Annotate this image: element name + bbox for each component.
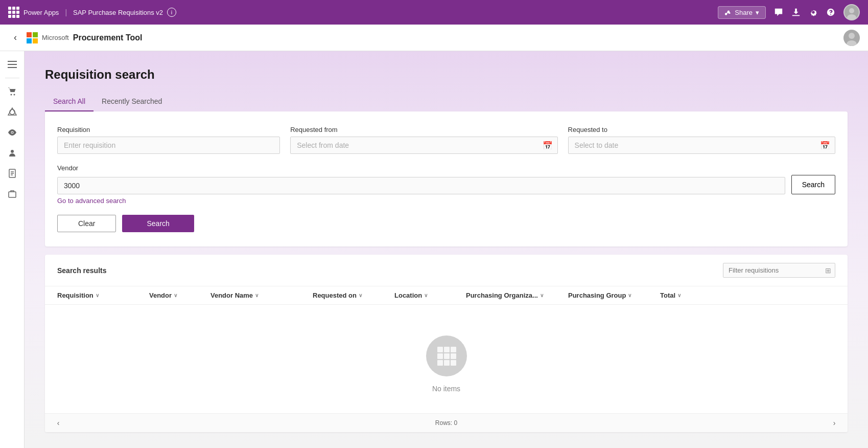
sidebar-item-menu[interactable] [3, 55, 21, 74]
col-purchasing-org[interactable]: Purchasing Organiza... ∨ [466, 292, 568, 299]
scroll-left-button[interactable]: ‹ [53, 418, 63, 428]
svg-rect-29 [444, 353, 450, 359]
svg-rect-3 [27, 32, 32, 37]
tab-search-all[interactable]: Search All [45, 92, 93, 111]
requested-to-input[interactable] [568, 137, 835, 154]
app-name: Power Apps [24, 9, 59, 16]
vendor-row: Search [57, 175, 835, 194]
sidebar-item-document[interactable] [3, 164, 21, 183]
svg-point-15 [10, 109, 15, 115]
table-header: Requisition ∨ Vendor ∨ Vendor Name ∨ Req… [45, 286, 848, 305]
action-row: Clear Search [57, 215, 835, 232]
search-button[interactable]: Search [122, 215, 194, 232]
sidebar-item-cart[interactable] [3, 82, 21, 101]
requested-to-label: Requested to [568, 126, 835, 133]
vendor-input[interactable] [57, 177, 785, 194]
scroll-area: ‹ Rows: 0 › [45, 413, 848, 432]
svg-rect-26 [444, 347, 450, 352]
sidebar-item-eye[interactable] [3, 123, 21, 142]
advanced-search-link[interactable]: Go to advanced search [57, 197, 126, 205]
avatar[interactable] [843, 4, 860, 20]
download-icon[interactable] [791, 8, 801, 17]
form-row-vendor: Vendor Search [57, 164, 835, 194]
col-vendor-name[interactable]: Vendor Name ∨ [210, 292, 313, 299]
col-requisition[interactable]: Requisition ∨ [57, 292, 149, 299]
page-title: Requisition search [45, 68, 848, 82]
results-title: Search results [57, 266, 107, 275]
col-requested-on[interactable]: Requested on ∨ [313, 292, 394, 299]
avatar-secondary[interactable] [843, 30, 860, 46]
share-icon [724, 9, 732, 16]
requested-from-group: Requested from 📅 [290, 126, 557, 154]
requested-from-wrap: 📅 [290, 137, 557, 154]
svg-point-13 [10, 94, 12, 96]
svg-point-19 [11, 150, 14, 153]
requested-to-wrap: 📅 [568, 137, 835, 154]
svg-rect-12 [8, 67, 17, 68]
info-icon[interactable]: i [167, 8, 176, 17]
back-button[interactable]: ‹ [8, 31, 22, 45]
vendor-search-button[interactable]: Search [791, 175, 835, 194]
no-items-icon [426, 335, 467, 376]
requested-from-input[interactable] [290, 137, 557, 154]
vendor-label: Vendor [57, 164, 835, 172]
results-panel: Search results ⊞ Requisition ∨ Vendor ∨ … [45, 255, 848, 432]
vendor-input-wrap [57, 177, 785, 194]
no-items-area: No items [45, 305, 848, 413]
filter-wrap: ⊞ [723, 263, 835, 278]
requested-from-label: Requested from [290, 126, 557, 133]
col-purchasing-group[interactable]: Purchasing Group ∨ [568, 292, 660, 299]
microsoft-logo [27, 32, 38, 43]
sidebar-item-person[interactable] [3, 144, 21, 162]
second-bar-right [843, 30, 860, 46]
app-title-secondary: Procurement Tool [73, 33, 143, 42]
search-panel: Requisition Requested from 📅 Requested t… [45, 111, 848, 247]
col-location[interactable]: Location ∨ [394, 292, 466, 299]
settings-icon[interactable] [809, 8, 818, 17]
svg-rect-31 [437, 360, 443, 366]
svg-rect-28 [437, 353, 443, 359]
top-bar-left: Power Apps | SAP Purchase Requisitions v… [8, 7, 718, 18]
col-vendor-name-arrow: ∨ [255, 293, 259, 298]
svg-rect-30 [451, 353, 456, 359]
app-title: SAP Purchase Requisitions v2 [73, 9, 163, 16]
col-vendor-arrow: ∨ [174, 293, 177, 298]
filter-input[interactable] [723, 263, 835, 278]
col-requested-on-arrow: ∨ [359, 293, 362, 298]
tab-recently-searched[interactable]: Recently Searched [93, 92, 170, 111]
form-row-top: Requisition Requested from 📅 Requested t… [57, 126, 835, 154]
sidebar-item-box[interactable] [3, 185, 21, 203]
clear-button[interactable]: Clear [57, 215, 116, 232]
col-vendor[interactable]: Vendor ∨ [149, 292, 210, 299]
svg-rect-25 [437, 347, 443, 352]
share-button[interactable]: Share ▾ [718, 6, 766, 19]
main-layout: Requisition search Search All Recently S… [0, 51, 868, 448]
avatar-image [844, 5, 859, 19]
svg-rect-11 [8, 64, 17, 65]
help-icon[interactable] [826, 8, 835, 17]
svg-rect-5 [27, 38, 32, 43]
col-total-arrow: ∨ [677, 293, 681, 298]
sidebar-divider [5, 78, 19, 78]
svg-rect-10 [8, 61, 17, 62]
col-requisition-arrow: ∨ [96, 293, 99, 298]
rows-count: Rows: 0 [435, 419, 457, 427]
svg-rect-27 [451, 347, 456, 352]
content-area: Requisition search Search All Recently S… [25, 51, 868, 448]
svg-rect-4 [33, 32, 38, 37]
sidebar-item-shapes[interactable] [3, 103, 21, 121]
svg-point-8 [849, 33, 855, 39]
second-bar: ‹ Microsoft Procurement Tool [0, 25, 868, 51]
comment-icon[interactable] [774, 8, 783, 17]
apps-menu-icon[interactable] [8, 7, 19, 18]
scroll-right-button[interactable]: › [829, 418, 839, 428]
tabs: Search All Recently Searched [45, 92, 848, 111]
col-total[interactable]: Total ∨ [660, 292, 835, 299]
results-header: Search results ⊞ [45, 255, 848, 286]
requisition-input[interactable] [57, 137, 280, 154]
svg-point-18 [11, 132, 13, 133]
sidebar [0, 51, 25, 448]
requested-to-group: Requested to 📅 [568, 126, 835, 154]
svg-rect-32 [444, 360, 450, 366]
col-purchasing-group-arrow: ∨ [628, 293, 631, 298]
